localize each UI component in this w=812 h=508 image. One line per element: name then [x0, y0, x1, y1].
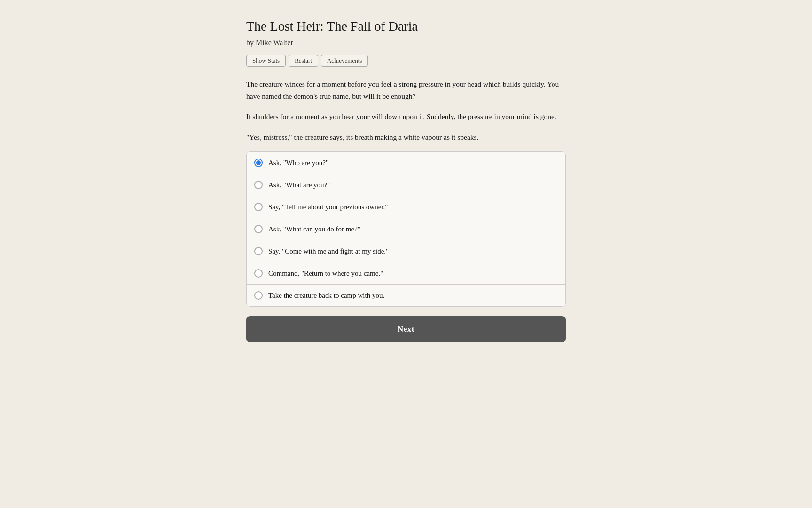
next-button[interactable]: Next	[246, 316, 566, 342]
choices-container: Ask, "Who are you?"Ask, "What are you?"S…	[246, 151, 566, 307]
choice-item[interactable]: Say, "Come with me and fight at my side.…	[247, 240, 565, 262]
radio-circle	[254, 159, 263, 167]
radio-circle	[254, 247, 263, 255]
narrative-paragraph-1: The creature winces for a moment before …	[246, 78, 566, 102]
choice-label: Ask, "What can you do for me?"	[268, 225, 360, 233]
choice-label: Ask, "What are you?"	[268, 181, 330, 189]
radio-circle	[254, 269, 263, 278]
choice-label: Say, "Tell me about your previous owner.…	[268, 203, 388, 211]
radio-circle	[254, 181, 263, 189]
narrative-paragraph-2: It shudders for a moment as you bear you…	[246, 111, 566, 123]
achievements-button[interactable]: Achievements	[321, 55, 368, 67]
radio-circle	[254, 291, 263, 300]
radio-circle	[254, 203, 263, 211]
choice-label: Take the creature back to camp with you.	[268, 292, 384, 300]
radio-circle	[254, 225, 263, 233]
choice-item[interactable]: Command, "Return to where you came."	[247, 262, 565, 285]
narrative-paragraph-3: "Yes, mistress," the creature says, its …	[246, 131, 566, 143]
show-stats-button[interactable]: Show Stats	[246, 55, 286, 67]
game-title: The Lost Heir: The Fall of Daria	[246, 19, 566, 34]
choice-item[interactable]: Say, "Tell me about your previous owner.…	[247, 196, 565, 218]
choice-label: Say, "Come with me and fight at my side.…	[268, 247, 389, 255]
game-author: by Mike Walter	[246, 39, 566, 47]
restart-button[interactable]: Restart	[289, 55, 318, 67]
choice-item[interactable]: Ask, "What are you?"	[247, 174, 565, 196]
toolbar: Show Stats Restart Achievements	[246, 55, 566, 67]
choice-label: Ask, "Who are you?"	[268, 159, 328, 167]
choice-item[interactable]: Take the creature back to camp with you.	[247, 285, 565, 306]
choice-item[interactable]: Ask, "Who are you?"	[247, 152, 565, 174]
choice-item[interactable]: Ask, "What can you do for me?"	[247, 218, 565, 240]
main-container: The Lost Heir: The Fall of Daria by Mike…	[246, 19, 566, 489]
choice-label: Command, "Return to where you came."	[268, 270, 383, 278]
